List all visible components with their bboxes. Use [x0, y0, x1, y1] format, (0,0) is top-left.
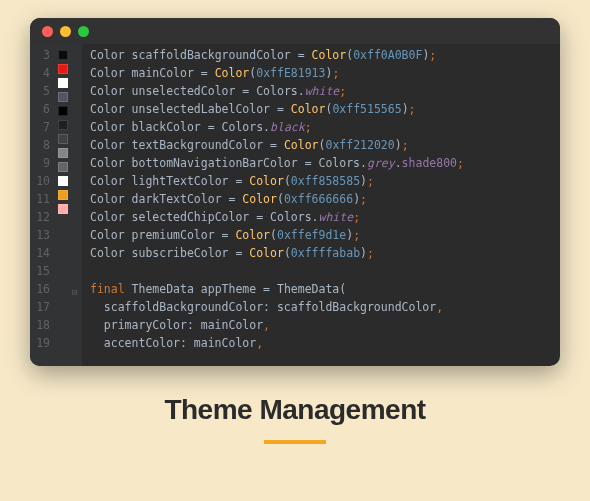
code-line[interactable]: Color textBackgroundColor = Color(0xff21… — [90, 136, 560, 154]
code-area[interactable]: 345678910111213141516171819 ⊟ Color scaf… — [30, 44, 560, 366]
line-number: 7 — [30, 118, 56, 136]
line-number: 16 — [30, 280, 56, 298]
code-line[interactable]: final ThemeData appTheme = ThemeData( — [90, 280, 560, 298]
color-swatch[interactable] — [58, 120, 68, 130]
code-line[interactable]: Color scaffoldBackgroundColor = Color(0x… — [90, 46, 560, 64]
line-number: 3 — [30, 46, 56, 64]
code-line[interactable]: Color blackColor = Colors.black; — [90, 118, 560, 136]
code-line[interactable]: Color unselectedColor = Colors.white; — [90, 82, 560, 100]
code-line[interactable]: primaryColor: mainColor, — [90, 316, 560, 334]
line-number: 14 — [30, 244, 56, 262]
gutter: 345678910111213141516171819 ⊟ — [30, 44, 82, 366]
color-swatch — [58, 232, 68, 242]
code-line[interactable]: Color mainColor = Color(0xffE81913); — [90, 64, 560, 82]
line-number: 13 — [30, 226, 56, 244]
color-swatch — [58, 274, 68, 284]
line-number: 15 — [30, 262, 56, 280]
color-swatch[interactable] — [58, 162, 68, 172]
fold-icon[interactable]: ⊟ — [72, 283, 77, 301]
color-swatches — [56, 44, 70, 366]
line-number: 5 — [30, 82, 56, 100]
line-number: 19 — [30, 334, 56, 352]
fold-column: ⊟ — [70, 44, 82, 366]
code-content[interactable]: Color scaffoldBackgroundColor = Color(0x… — [82, 44, 560, 366]
code-editor-window: 345678910111213141516171819 ⊟ Color scaf… — [30, 18, 560, 366]
color-swatch[interactable] — [58, 190, 68, 200]
window-titlebar — [30, 18, 560, 44]
code-line[interactable]: Color darkTextColor = Color(0xff666666); — [90, 190, 560, 208]
maximize-icon[interactable] — [78, 26, 89, 37]
color-swatch — [58, 246, 68, 256]
caption-title: Theme Management — [164, 394, 425, 426]
line-number: 4 — [30, 64, 56, 82]
code-line[interactable]: Color selectedChipColor = Colors.white; — [90, 208, 560, 226]
line-number: 11 — [30, 190, 56, 208]
code-line[interactable]: Color subscribeColor = Color(0xffffabab)… — [90, 244, 560, 262]
color-swatch[interactable] — [58, 50, 68, 60]
code-line[interactable] — [90, 262, 560, 280]
code-line[interactable]: Color premiumColor = Color(0xffef9d1e); — [90, 226, 560, 244]
code-line[interactable]: accentColor: mainColor, — [90, 334, 560, 352]
line-number: 8 — [30, 136, 56, 154]
color-swatch[interactable] — [58, 176, 68, 186]
caption: Theme Management — [164, 394, 425, 444]
line-number: 9 — [30, 154, 56, 172]
close-icon[interactable] — [42, 26, 53, 37]
color-swatch[interactable] — [58, 204, 68, 214]
line-number: 12 — [30, 208, 56, 226]
line-number: 10 — [30, 172, 56, 190]
code-line[interactable]: Color lightTextColor = Color(0xff858585)… — [90, 172, 560, 190]
line-number: 18 — [30, 316, 56, 334]
line-number: 17 — [30, 298, 56, 316]
line-numbers: 345678910111213141516171819 — [30, 44, 56, 366]
color-swatch[interactable] — [58, 148, 68, 158]
minimize-icon[interactable] — [60, 26, 71, 37]
color-swatch — [58, 260, 68, 270]
caption-underline — [264, 440, 326, 444]
color-swatch[interactable] — [58, 106, 68, 116]
code-line[interactable]: scaffoldBackgroundColor: scaffoldBackgro… — [90, 298, 560, 316]
color-swatch[interactable] — [58, 134, 68, 144]
code-line[interactable]: Color unselectedLabelColor = Color(0xff5… — [90, 100, 560, 118]
color-swatch[interactable] — [58, 78, 68, 88]
line-number: 6 — [30, 100, 56, 118]
color-swatch[interactable] — [58, 64, 68, 74]
color-swatch[interactable] — [58, 92, 68, 102]
code-line[interactable]: Color bottomNavigationBarColor = Colors.… — [90, 154, 560, 172]
color-swatch — [58, 218, 68, 228]
